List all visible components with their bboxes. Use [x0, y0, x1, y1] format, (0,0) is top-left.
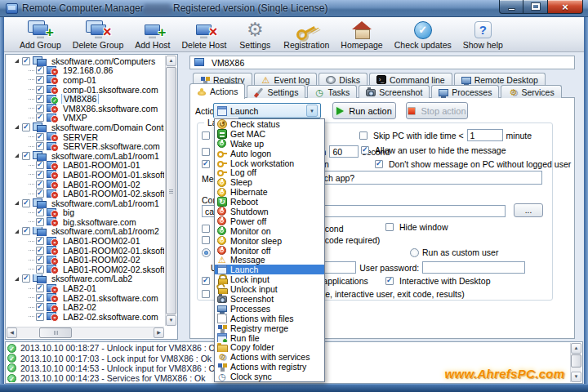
dropdown-item[interactable]: Shutdown	[215, 207, 324, 216]
scroll-up-arrow[interactable]: ▲	[166, 56, 176, 66]
tree-row[interactable]: VMXP	[7, 114, 164, 123]
use-wmi-checkbox[interactable]	[202, 277, 210, 285]
tree-checkbox[interactable]	[36, 66, 44, 74]
show-terminations-checkbox[interactable]	[202, 236, 210, 244]
tree-row[interactable]: SERVER.sksoftware.com	[7, 141, 164, 151]
title-bar[interactable]: Remote Computer Manager Registered versi…	[0, 0, 588, 17]
tree-row[interactable]: LAB01-ROOM02-02.sksoftware.com	[7, 265, 164, 274]
stop-action-button[interactable]: Stop action	[406, 102, 468, 119]
dropdown-item[interactable]: Registry merge	[215, 323, 324, 333]
show-help-button[interactable]: Show help	[457, 19, 509, 51]
tree-row[interactable]: sksoftware.com/Lab1/room2	[7, 227, 164, 237]
scroll-thumb[interactable]	[571, 354, 581, 368]
skip-logged-checkbox[interactable]	[202, 131, 210, 140]
tab-screenshot[interactable]: Screenshot	[359, 85, 430, 98]
tree-vertical-scrollbar[interactable]: ▲ ▼	[165, 56, 176, 326]
expand-arrow-icon[interactable]	[15, 125, 19, 129]
tree-checkbox[interactable]	[36, 171, 44, 179]
scroll-down-arrow[interactable]: ▼	[166, 315, 176, 326]
tree-row[interactable]: 192.168.0.86	[7, 66, 164, 76]
tree-checkbox[interactable]	[36, 114, 44, 122]
tree-checkbox[interactable]	[22, 274, 30, 283]
tree-checkbox[interactable]	[36, 189, 44, 198]
dropdown-item[interactable]: Run file	[215, 333, 324, 343]
tree-checkbox[interactable]	[36, 95, 44, 103]
scroll-thumb[interactable]	[166, 67, 176, 314]
scroll-right-arrow[interactable]: ▶	[154, 327, 164, 338]
dropdown-item[interactable]: Log off	[215, 167, 324, 177]
tree-row[interactable]: comp-01	[7, 75, 164, 85]
tree-checkbox[interactable]	[36, 237, 44, 245]
dropdown-item[interactable]: Actions with services	[215, 352, 324, 362]
dropdown-item[interactable]: Lock input	[215, 274, 324, 284]
chevron-down-icon[interactable]: ▼	[306, 105, 318, 117]
dropdown-item[interactable]: Clock sync	[215, 372, 324, 381]
tree-checkbox[interactable]	[36, 303, 44, 311]
tree-row[interactable]: LAB01-ROOM02-01.sksoftware.com	[7, 246, 164, 256]
tree-checkbox[interactable]	[36, 208, 44, 216]
minimize-button[interactable]	[499, 0, 523, 14]
dropdown-item[interactable]: Auto logon	[215, 149, 324, 158]
tree-row[interactable]: LAB01-ROOM01-01	[7, 161, 164, 171]
tree-row[interactable]: sksoftware.com/Domain Controllers	[7, 122, 164, 132]
tree-checkbox[interactable]	[22, 152, 30, 160]
dropdown-item[interactable]: Get MAC	[215, 129, 324, 139]
tree-checkbox[interactable]	[36, 247, 44, 255]
skip-idle-input[interactable]	[467, 129, 503, 141]
action-combobox[interactable]: Launch ▼	[213, 103, 321, 118]
skip-idle-checkbox[interactable]	[359, 131, 368, 140]
hide-window-checkbox[interactable]	[385, 223, 394, 231]
close-button[interactable]: ×	[547, 0, 583, 14]
tree-row[interactable]: comp-01.sksoftware.com	[7, 85, 164, 95]
scroll-up-arrow[interactable]: ▲	[571, 343, 581, 354]
check-updates-button[interactable]: Check updates	[389, 19, 457, 51]
tree-checkbox[interactable]	[36, 265, 44, 274]
expand-arrow-icon[interactable]	[15, 229, 19, 234]
dropdown-item[interactable]: Actions with files	[215, 314, 324, 323]
scroll-thumb[interactable]	[39, 327, 72, 338]
allow-cancel-checkbox[interactable]	[202, 160, 210, 168]
delete-group-button[interactable]: Delete Group	[67, 19, 129, 51]
dropdown-item[interactable]: Reboot	[215, 197, 324, 207]
tree-row[interactable]: LAB2-01	[7, 283, 164, 293]
tree-row[interactable]: sksoftware.com/Lab1/room1	[7, 198, 164, 208]
run-as-logged-radio[interactable]	[202, 248, 211, 257]
dont-show-checkbox[interactable]	[375, 160, 383, 168]
tree-row[interactable]: SERVER	[7, 132, 164, 142]
tree-row[interactable]: sksoftware.com/Computers	[7, 56, 164, 66]
maximize-button[interactable]	[523, 0, 547, 14]
dropdown-item[interactable]: Lock workstation	[215, 158, 324, 168]
interactive-checkbox[interactable]	[385, 277, 394, 285]
scroll-left-arrow[interactable]: ◀	[7, 327, 17, 338]
expand-arrow-icon[interactable]	[15, 277, 19, 281]
delete-host-button[interactable]: Delete Host	[176, 19, 232, 51]
browse-button[interactable]: ...	[514, 203, 543, 217]
dropdown-item[interactable]: Monitor off	[215, 246, 324, 256]
show-message-checkbox[interactable]	[202, 148, 210, 156]
tree-horizontal-scrollbar[interactable]: ◀ ▶	[7, 327, 164, 338]
tree-row[interactable]: sksoftware.com/Lab2	[7, 274, 164, 284]
expand-arrow-icon[interactable]	[15, 154, 19, 158]
tree-row[interactable]: big.sksoftware.com	[7, 217, 164, 227]
tab-tasks[interactable]: Tasks	[307, 85, 357, 98]
dropdown-item[interactable]: Launch	[215, 265, 324, 274]
tree-row[interactable]: LAB01-ROOM01-02.sksoftware.com	[7, 189, 164, 198]
tree-checkbox[interactable]	[36, 161, 44, 169]
tree-row[interactable]: LAB01-ROOM01-01.sksoftware.com	[7, 170, 164, 180]
add-host-button[interactable]: Add Host	[129, 19, 176, 51]
add-group-button[interactable]: Add Group	[14, 19, 67, 51]
tree-checkbox[interactable]	[36, 86, 44, 94]
tree-checkbox[interactable]	[36, 133, 44, 141]
show-message-seconds-input[interactable]	[329, 145, 359, 158]
dropdown-item[interactable]: Screenshot	[215, 294, 324, 304]
tree-row[interactable]: VM8X86	[7, 94, 164, 104]
tab-settings[interactable]: Settings	[247, 85, 305, 98]
expand-arrow-icon[interactable]	[15, 201, 19, 205]
dropdown-item[interactable]: Monitor on	[215, 226, 324, 236]
wait-checkbox[interactable]	[202, 225, 210, 233]
dropdown-item[interactable]: Power off	[215, 216, 324, 226]
tree-checkbox[interactable]	[36, 76, 44, 84]
tree-row[interactable]: LAB2-02	[7, 302, 164, 312]
tree-row[interactable]: LAB01-ROOM02-02	[7, 255, 164, 265]
homepage-button[interactable]: Homepage	[335, 19, 388, 51]
